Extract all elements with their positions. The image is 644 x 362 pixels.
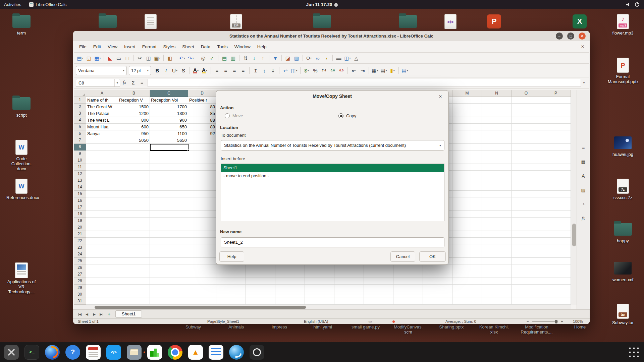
desktop-icon-top-8[interactable] xyxy=(565,13,595,29)
cell-A11[interactable] xyxy=(86,164,118,171)
cell-F31[interactable] xyxy=(246,298,275,305)
cell-H27[interactable] xyxy=(305,271,334,278)
cell-M19[interactable] xyxy=(452,218,482,224)
copy-button[interactable]: ◫ xyxy=(144,54,153,62)
cell-A15[interactable] xyxy=(86,191,118,197)
cell-F30[interactable] xyxy=(246,291,275,298)
desktop-icon-happy[interactable]: happy xyxy=(608,221,638,243)
row-header-30[interactable]: 30 xyxy=(74,291,86,298)
zoom-slider[interactable] xyxy=(532,321,558,322)
save-button[interactable]: ▦▾ xyxy=(93,54,102,62)
cell-P26[interactable] xyxy=(541,264,571,271)
italic-button[interactable]: I xyxy=(162,66,170,75)
decrease-indent-button[interactable]: ⇤ xyxy=(350,66,358,75)
first-sheet-button[interactable]: ◀ xyxy=(76,311,83,317)
cell-P29[interactable] xyxy=(541,285,571,291)
cell-C10[interactable] xyxy=(150,157,188,164)
autosum-button[interactable]: Σ xyxy=(129,79,138,87)
insert-before-item-2[interactable]: - move to end position - xyxy=(221,172,444,180)
dock-browser-icon[interactable] xyxy=(229,345,244,360)
cell-B13[interactable] xyxy=(118,177,150,184)
cell-B17[interactable] xyxy=(118,204,150,211)
cell-N30[interactable] xyxy=(482,291,512,298)
cell-O13[interactable] xyxy=(512,177,541,184)
cell-B21[interactable] xyxy=(118,231,150,238)
cell-C13[interactable] xyxy=(150,177,188,184)
insert-hyperlink-button[interactable]: ∞ xyxy=(313,54,322,62)
cell-P20[interactable] xyxy=(541,224,571,231)
cell-I30[interactable] xyxy=(334,291,364,298)
cell-P7[interactable] xyxy=(541,137,571,144)
cell-M6[interactable] xyxy=(452,130,482,137)
menu-tools[interactable]: Tools xyxy=(214,43,231,51)
delete-decimal-place-button[interactable]: 0.0 xyxy=(337,66,346,75)
cell-C31[interactable] xyxy=(150,298,188,305)
cell-C30[interactable] xyxy=(150,291,188,298)
cell-C4[interactable]: 900 xyxy=(150,117,188,124)
cell-N2[interactable] xyxy=(482,104,512,110)
cell-D24[interactable] xyxy=(188,251,216,258)
cell-A19[interactable] xyxy=(86,218,118,224)
cell-F29[interactable] xyxy=(246,285,275,291)
properties-icon[interactable]: ▦ xyxy=(579,158,587,166)
underline-button[interactable]: U▾ xyxy=(170,66,179,75)
menu-sheet[interactable]: Sheet xyxy=(179,43,197,51)
new-name-input[interactable]: Sheet1_2 xyxy=(221,237,444,247)
cell-J28[interactable] xyxy=(364,278,393,285)
desktop-icon-top-7[interactable] xyxy=(479,13,509,29)
cell-B9[interactable] xyxy=(118,150,150,157)
menu-view[interactable]: View xyxy=(104,43,121,51)
row-header-26[interactable]: 26 xyxy=(74,264,86,271)
find-and-replace-button[interactable]: ◎ xyxy=(199,54,208,62)
desktop-icon-label-Korean Kimchi.xlsx[interactable]: Korean Kimchi.xlsx xyxy=(479,324,509,335)
cell-N1[interactable] xyxy=(482,97,512,104)
row-header-3[interactable]: 3 xyxy=(74,110,86,117)
background-color-button[interactable]: ▮▾ xyxy=(388,66,397,75)
insert-before-list[interactable]: Sheet1- move to end position - xyxy=(221,164,444,221)
cell-M14[interactable] xyxy=(452,184,482,191)
borders-button[interactable]: ▦▾ xyxy=(371,66,379,75)
row-header-12[interactable]: 12 xyxy=(74,171,86,177)
cell-B10[interactable] xyxy=(118,157,150,164)
cell-H28[interactable] xyxy=(305,278,334,285)
cell-D28[interactable] xyxy=(188,278,216,285)
export-pdf-button[interactable]: ◣ xyxy=(106,54,114,62)
vertical-scrollbar[interactable] xyxy=(571,90,577,305)
cell-D14[interactable] xyxy=(188,184,216,191)
cell-D4[interactable]: 88 xyxy=(188,117,216,124)
align-bottom-button[interactable]: ↧ xyxy=(269,66,277,75)
cell-O16[interactable] xyxy=(512,197,541,204)
cell-C28[interactable] xyxy=(150,278,188,285)
cell-A24[interactable] xyxy=(86,251,118,258)
cell-J29[interactable] xyxy=(364,285,393,291)
cell-A25[interactable] xyxy=(86,258,118,264)
cell-D1[interactable]: Positive r xyxy=(188,97,216,104)
center-vertically-button[interactable]: ↕ xyxy=(260,66,269,75)
cell-C26[interactable] xyxy=(150,264,188,271)
previous-sheet-button[interactable]: ◀ xyxy=(83,311,91,317)
cell-O3[interactable] xyxy=(512,110,541,117)
cell-C18[interactable] xyxy=(150,211,188,218)
cell-A8[interactable] xyxy=(86,144,118,150)
cell-L31[interactable] xyxy=(423,298,452,305)
cell-P19[interactable] xyxy=(541,218,571,224)
cell-D22[interactable] xyxy=(188,238,216,244)
cell-N17[interactable] xyxy=(482,204,512,211)
dock-firefox-icon[interactable] xyxy=(45,345,60,360)
formula-button[interactable]: = xyxy=(138,79,146,87)
redo-button[interactable]: ↷▾ xyxy=(186,54,195,62)
print-button[interactable]: ▭ xyxy=(114,54,123,62)
cell-M27[interactable] xyxy=(452,271,482,278)
cell-D25[interactable] xyxy=(188,258,216,264)
cell-A13[interactable] xyxy=(86,177,118,184)
cell-P24[interactable] xyxy=(541,251,571,258)
cell-B19[interactable] xyxy=(118,218,150,224)
cell-A4[interactable]: The West L xyxy=(86,117,118,124)
sidebar-settings-icon[interactable]: ≡ xyxy=(579,144,587,152)
cell-O17[interactable] xyxy=(512,204,541,211)
row-header-19[interactable]: 19 xyxy=(74,218,86,224)
cell-D12[interactable] xyxy=(188,171,216,177)
cell-B1[interactable]: Reception V xyxy=(118,97,150,104)
cell-P5[interactable] xyxy=(541,124,571,130)
cell-B22[interactable] xyxy=(118,238,150,244)
